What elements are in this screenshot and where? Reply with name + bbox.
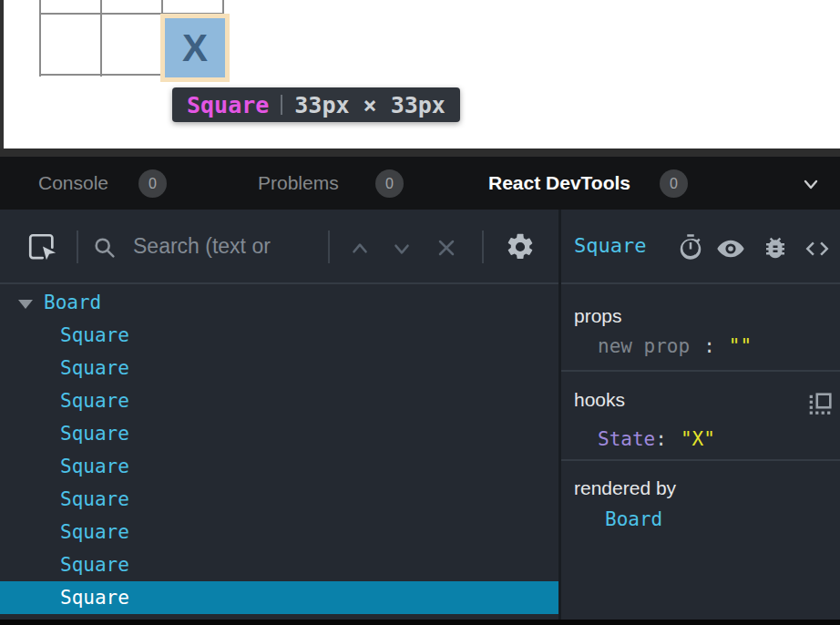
tree-item-label: Square: [60, 357, 129, 379]
toolbar-divider: [77, 231, 78, 263]
hook-key: State: [598, 428, 655, 450]
tree-item-square[interactable]: Square: [0, 352, 558, 384]
props-section: props new prop:"": [561, 286, 840, 372]
toolbar-divider: [328, 231, 330, 263]
tree-item-square[interactable]: Square: [0, 548, 558, 581]
search-input[interactable]: [133, 210, 323, 282]
tree-item-square[interactable]: Square: [0, 319, 558, 352]
devtools-toolbar: Square: [0, 210, 840, 284]
code-brackets-icon[interactable]: [803, 235, 832, 262]
eye-icon[interactable]: [716, 234, 745, 263]
grid-line: [39, 0, 41, 77]
devtools-tab-bar: Console 0 Problems 0 React DevTools 0: [0, 157, 840, 210]
selected-component-name: Square: [574, 210, 646, 282]
tab-react-devtools-badge: 0: [660, 169, 688, 198]
component-tree: Board Square Square Square Square Square…: [0, 286, 558, 614]
tree-item-label: Square: [60, 423, 129, 445]
chevron-down-icon[interactable]: [800, 173, 822, 195]
rendered-by-section: rendered by Board: [561, 461, 840, 620]
square-value: X: [182, 26, 208, 70]
bug-icon[interactable]: [762, 234, 789, 261]
chevron-up-icon[interactable]: [348, 237, 372, 261]
colon: :: [655, 428, 667, 450]
tree-item-square-selected[interactable]: Square: [0, 581, 558, 614]
tree-item-square[interactable]: Square: [0, 417, 558, 450]
prop-value[interactable]: "": [729, 335, 752, 357]
search-icon: [92, 235, 118, 261]
tab-console[interactable]: Console: [38, 157, 108, 210]
toolbar-divider: [482, 231, 484, 263]
tree-item-board[interactable]: Board: [0, 286, 558, 319]
hooks-title: hooks: [574, 389, 625, 411]
tree-item-label: Board: [44, 292, 101, 313]
colon: :: [703, 335, 715, 357]
props-title: props: [574, 305, 622, 327]
inspect-element-icon[interactable]: [26, 231, 57, 262]
tab-problems[interactable]: Problems: [258, 157, 339, 210]
timer-icon[interactable]: [677, 233, 704, 261]
tab-react-devtools[interactable]: React DevTools: [488, 157, 630, 210]
tooltip-dimensions: 33px × 33px: [294, 92, 446, 118]
tab-console-badge: 0: [138, 169, 167, 198]
close-icon[interactable]: [434, 235, 459, 261]
tree-item-square[interactable]: Square: [0, 384, 558, 417]
tree-item-square[interactable]: Square: [0, 516, 558, 548]
tree-item-label: Square: [60, 521, 129, 543]
tree-item-label: Square: [60, 587, 129, 609]
new-prop-row[interactable]: new prop:"": [598, 335, 752, 357]
inspect-highlight-padding: X: [160, 14, 230, 82]
hook-value[interactable]: "X": [681, 428, 715, 450]
game-square-x[interactable]: X: [165, 18, 225, 77]
tree-item-square[interactable]: Square: [0, 450, 558, 483]
hooks-section: hooks State:"X": [561, 372, 840, 461]
tabbar-top-border: [0, 149, 840, 157]
tree-item-label: Square: [60, 554, 129, 576]
tree-item-label: Square: [60, 390, 129, 412]
expand-triangle-icon[interactable]: [18, 300, 33, 309]
tree-item-label: Square: [60, 456, 129, 477]
rendered-by-board-link[interactable]: Board: [605, 508, 662, 530]
tab-problems-badge: 0: [375, 169, 404, 198]
browser-page-area: X Square 33px × 33px: [0, 0, 840, 149]
component-details-pane: props new prop:"" hooks State:"X" render…: [561, 286, 840, 620]
tree-item-label: Square: [60, 488, 129, 510]
chevron-down-icon[interactable]: [390, 237, 414, 261]
react-devtools-panel: Square Board Square Square Square Squ: [0, 210, 840, 620]
parse-hook-names-icon[interactable]: [807, 392, 833, 417]
grid-line: [100, 0, 102, 77]
gear-icon[interactable]: [505, 231, 536, 262]
tooltip-component-name: Square: [187, 92, 269, 118]
prop-key[interactable]: new prop: [598, 335, 690, 357]
inspect-tooltip: Square 33px × 33px: [172, 87, 460, 122]
tree-item-label: Square: [60, 324, 129, 346]
tooltip-divider: [281, 95, 282, 115]
tree-item-square[interactable]: Square: [0, 483, 558, 516]
state-hook-row[interactable]: State:"X": [598, 428, 715, 450]
rendered-by-title: rendered by: [574, 477, 676, 499]
bottom-edge-bar: [0, 620, 840, 625]
screen: X Square 33px × 33px Console 0 Problems …: [0, 0, 840, 625]
